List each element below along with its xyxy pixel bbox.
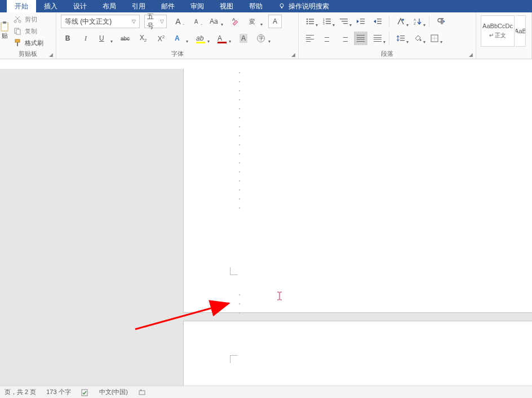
paragraph-launcher-icon[interactable]: ◢ xyxy=(468,52,473,58)
group-clipboard: 贴 剪切 复制 xyxy=(0,12,56,59)
svg-text:3: 3 xyxy=(323,22,325,25)
bold-button[interactable]: B xyxy=(61,32,74,45)
decrease-indent-icon xyxy=(357,18,365,25)
chevron-down-icon: ▽ xyxy=(132,19,136,24)
clear-formatting-button[interactable]: A xyxy=(229,15,242,28)
asian-layout-button[interactable] xyxy=(394,15,407,28)
sort-button[interactable]: AZ xyxy=(411,15,424,28)
tab-design[interactable]: 设计 xyxy=(65,0,95,12)
italic-icon: I xyxy=(85,34,87,43)
tell-me-search[interactable]: 操作说明搜索 xyxy=(271,0,337,12)
tab-mailings[interactable]: 邮件 xyxy=(153,0,183,12)
align-justify-button[interactable] xyxy=(354,32,367,45)
document-page-2[interactable] xyxy=(184,321,532,386)
line-spacing-button[interactable] xyxy=(394,32,407,45)
subscript-button[interactable]: X2 xyxy=(136,32,150,45)
paste-button[interactable]: 贴 xyxy=(0,12,9,50)
group-styles: AaBbCcDc ↵ 正文 AaB xyxy=(476,12,532,59)
svg-point-15 xyxy=(307,23,308,25)
copy-button[interactable]: 复制 xyxy=(14,27,56,36)
shrink-font-button[interactable]: Aˇ xyxy=(189,15,203,28)
borders-icon xyxy=(431,34,438,42)
align-distributed-button[interactable] xyxy=(371,32,384,45)
margin-corner-icon xyxy=(230,267,238,275)
align-center-button[interactable] xyxy=(320,32,334,45)
superscript-button[interactable]: X2 xyxy=(154,32,168,45)
asian-layout-icon xyxy=(397,17,405,25)
document-canvas[interactable] xyxy=(0,69,532,386)
document-page-1[interactable] xyxy=(184,69,532,312)
sort-icon: AZ xyxy=(414,17,422,25)
cut-label: 剪切 xyxy=(25,15,37,24)
align-right-button[interactable] xyxy=(337,32,351,45)
tab-view[interactable]: 视图 xyxy=(212,0,241,12)
grow-font-icon: A xyxy=(175,17,180,26)
font-color-icon: A xyxy=(218,34,222,42)
status-word-count[interactable]: 173 个字 xyxy=(46,388,70,396)
navigation-pane[interactable] xyxy=(0,69,184,386)
phonetic-guide-button[interactable]: 変 xyxy=(247,15,264,28)
copy-icon xyxy=(14,27,21,35)
svg-rect-28 xyxy=(360,23,365,24)
svg-rect-7 xyxy=(16,29,20,34)
tab-layout[interactable]: 布局 xyxy=(95,0,124,12)
status-bar: 页，共 2 页 173 个字 中文(中国) xyxy=(0,386,532,398)
enclose-characters-icon: 字 xyxy=(257,34,265,42)
bullets-icon xyxy=(306,18,314,25)
font-color-button[interactable]: A xyxy=(215,32,232,45)
svg-rect-31 xyxy=(377,23,382,24)
show-hide-marks-button[interactable] xyxy=(434,15,447,28)
align-left-button[interactable] xyxy=(303,32,317,45)
svg-rect-22 xyxy=(326,23,331,24)
decrease-indent-button[interactable] xyxy=(354,15,367,28)
character-shading-button[interactable]: A xyxy=(237,32,250,45)
style-next-tile[interactable]: AaB xyxy=(516,15,526,47)
shading-button[interactable] xyxy=(411,32,424,45)
ruler-ticks xyxy=(239,72,240,209)
multilevel-list-icon xyxy=(340,18,348,25)
status-language[interactable]: 中文(中国) xyxy=(99,388,128,396)
clipboard-launcher-icon[interactable]: ◢ xyxy=(48,52,54,58)
paragraph-group-label: 段落 ◢ xyxy=(299,50,476,59)
grow-font-button[interactable]: Aˆ xyxy=(171,15,185,28)
tab-insert[interactable]: 插入 xyxy=(36,0,65,12)
align-left-icon xyxy=(306,35,314,42)
text-effects-button[interactable]: A xyxy=(172,32,189,45)
group-paragraph: 123 xyxy=(299,12,476,59)
tab-start[interactable]: 开始 xyxy=(7,0,36,12)
italic-button[interactable]: I xyxy=(79,32,92,45)
change-case-button[interactable]: Aa xyxy=(207,15,224,28)
cut-button[interactable]: 剪切 xyxy=(14,15,56,24)
status-page-count[interactable]: 页，共 2 页 xyxy=(5,388,36,396)
status-macro-record[interactable] xyxy=(138,388,146,396)
format-painter-button[interactable]: 格式刷 xyxy=(14,39,56,47)
status-spellcheck[interactable] xyxy=(81,388,89,396)
multilevel-list-button[interactable] xyxy=(337,15,351,28)
separator xyxy=(389,32,389,45)
svg-rect-8 xyxy=(15,39,20,42)
enclose-characters-button[interactable]: 字 xyxy=(255,32,272,45)
numbering-button[interactable]: 123 xyxy=(320,15,334,28)
highlight-icon: ab xyxy=(196,34,203,42)
font-size-combobox[interactable]: 五号 ▽ xyxy=(144,15,167,28)
lightbulb-icon xyxy=(278,3,285,10)
tab-review[interactable]: 审阅 xyxy=(183,0,212,12)
character-border-button[interactable]: A xyxy=(268,15,282,28)
underline-button[interactable]: U xyxy=(97,32,114,45)
increase-indent-icon xyxy=(374,18,382,25)
highlight-button[interactable]: ab xyxy=(194,32,211,45)
tab-references[interactable]: 引用 xyxy=(124,0,153,12)
svg-rect-12 xyxy=(309,19,314,19)
svg-point-4 xyxy=(14,20,16,23)
font-launcher-icon[interactable]: ◢ xyxy=(290,52,296,58)
strikethrough-icon: abc xyxy=(121,36,130,42)
borders-button[interactable] xyxy=(428,32,441,45)
font-name-combobox[interactable]: 等线 (中文正文) ▽ xyxy=(61,15,140,28)
increase-indent-button[interactable] xyxy=(371,15,384,28)
style-normal-tile[interactable]: AaBbCcDc ↵ 正文 xyxy=(481,15,515,47)
svg-point-37 xyxy=(420,39,422,41)
style-name: ↵ 正文 xyxy=(489,32,507,39)
bullets-button[interactable] xyxy=(303,15,317,28)
strikethrough-button[interactable]: abc xyxy=(118,32,132,45)
tab-help[interactable]: 帮助 xyxy=(241,0,271,12)
